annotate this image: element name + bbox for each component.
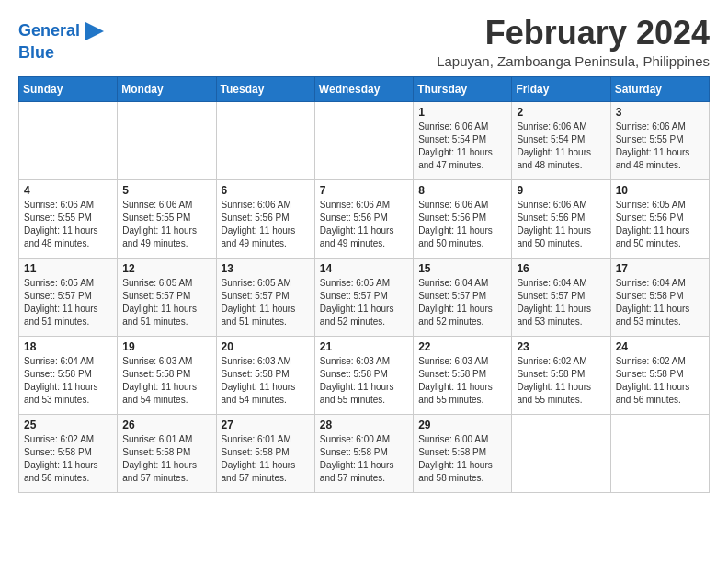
calendar-table: SundayMondayTuesdayWednesdayThursdayFrid… [18, 76, 710, 493]
day-number: 19 [122, 340, 210, 353]
calendar-cell: 4Sunrise: 6:06 AM Sunset: 5:55 PM Daylig… [19, 179, 118, 258]
day-info: Sunrise: 6:03 AM Sunset: 5:58 PM Dayligh… [222, 355, 310, 407]
calendar-cell: 29Sunrise: 6:00 AM Sunset: 5:58 PM Dayli… [414, 414, 512, 492]
day-info: Sunrise: 6:04 AM Sunset: 5:58 PM Dayligh… [24, 355, 112, 407]
day-number: 15 [418, 262, 506, 275]
calendar-week-row: 18Sunrise: 6:04 AM Sunset: 5:58 PM Dayli… [19, 336, 710, 414]
day-number: 20 [222, 340, 310, 353]
logo-icon [82, 18, 108, 44]
day-number: 17 [616, 262, 704, 275]
day-info: Sunrise: 6:06 AM Sunset: 5:56 PM Dayligh… [320, 199, 408, 250]
day-info: Sunrise: 6:01 AM Sunset: 5:58 PM Dayligh… [122, 433, 210, 485]
day-number: 10 [616, 184, 704, 197]
day-info: Sunrise: 6:05 AM Sunset: 5:57 PM Dayligh… [320, 277, 408, 328]
calendar-cell [19, 101, 118, 179]
calendar-cell [118, 101, 216, 179]
calendar-cell: 28Sunrise: 6:00 AM Sunset: 5:58 PM Dayli… [314, 414, 413, 492]
calendar-week-row: 1Sunrise: 6:06 AM Sunset: 5:54 PM Daylig… [19, 101, 710, 179]
location-title: Lapuyan, Zamboanga Peninsula, Philippine… [437, 53, 710, 69]
weekday-header-thursday: Thursday [414, 76, 512, 101]
calendar-cell: 9Sunrise: 6:06 AM Sunset: 5:56 PM Daylig… [512, 179, 610, 258]
calendar-cell: 8Sunrise: 6:06 AM Sunset: 5:56 PM Daylig… [414, 179, 512, 258]
calendar-cell: 13Sunrise: 6:05 AM Sunset: 5:57 PM Dayli… [216, 258, 314, 336]
weekday-header-saturday: Saturday [610, 76, 709, 101]
calendar-cell: 18Sunrise: 6:04 AM Sunset: 5:58 PM Dayli… [19, 336, 118, 414]
calendar-cell: 11Sunrise: 6:05 AM Sunset: 5:57 PM Dayli… [19, 258, 118, 336]
logo-text: General [18, 22, 80, 40]
logo-subtext: Blue [18, 44, 108, 63]
day-info: Sunrise: 6:02 AM Sunset: 5:58 PM Dayligh… [24, 433, 112, 485]
calendar-header-row: SundayMondayTuesdayWednesdayThursdayFrid… [19, 76, 710, 101]
calendar-cell: 6Sunrise: 6:06 AM Sunset: 5:56 PM Daylig… [216, 179, 314, 258]
day-number: 21 [320, 340, 408, 353]
day-info: Sunrise: 6:00 AM Sunset: 5:58 PM Dayligh… [320, 433, 408, 485]
calendar-cell [314, 101, 413, 179]
calendar-cell [610, 414, 709, 492]
day-info: Sunrise: 6:05 AM Sunset: 5:57 PM Dayligh… [24, 277, 112, 328]
weekday-header-friday: Friday [512, 76, 610, 101]
day-number: 18 [24, 340, 112, 353]
day-number: 11 [24, 262, 112, 275]
day-info: Sunrise: 6:06 AM Sunset: 5:56 PM Dayligh… [418, 199, 506, 250]
page-header: General Blue February 2024 Lapuyan, Zamb… [18, 15, 710, 69]
calendar-cell [512, 414, 610, 492]
calendar-cell [216, 101, 314, 179]
day-number: 13 [222, 262, 310, 275]
day-number: 8 [418, 184, 506, 197]
calendar-cell: 5Sunrise: 6:06 AM Sunset: 5:55 PM Daylig… [118, 179, 216, 258]
weekday-header-tuesday: Tuesday [216, 76, 314, 101]
calendar-cell: 7Sunrise: 6:06 AM Sunset: 5:56 PM Daylig… [314, 179, 413, 258]
weekday-header-wednesday: Wednesday [314, 76, 413, 101]
day-number: 5 [122, 184, 210, 197]
day-info: Sunrise: 6:04 AM Sunset: 5:57 PM Dayligh… [418, 277, 506, 328]
day-info: Sunrise: 6:01 AM Sunset: 5:58 PM Dayligh… [222, 433, 310, 485]
calendar-cell: 21Sunrise: 6:03 AM Sunset: 5:58 PM Dayli… [314, 336, 413, 414]
calendar-cell: 25Sunrise: 6:02 AM Sunset: 5:58 PM Dayli… [19, 414, 118, 492]
day-number: 9 [517, 184, 605, 197]
day-number: 23 [517, 340, 605, 353]
day-number: 16 [517, 262, 605, 275]
day-number: 28 [320, 419, 408, 431]
day-info: Sunrise: 6:00 AM Sunset: 5:58 PM Dayligh… [418, 433, 506, 485]
day-info: Sunrise: 6:03 AM Sunset: 5:58 PM Dayligh… [418, 355, 506, 407]
calendar-cell: 12Sunrise: 6:05 AM Sunset: 5:57 PM Dayli… [118, 258, 216, 336]
day-info: Sunrise: 6:03 AM Sunset: 5:58 PM Dayligh… [122, 355, 210, 407]
day-number: 7 [320, 184, 408, 197]
day-info: Sunrise: 6:05 AM Sunset: 5:57 PM Dayligh… [222, 277, 310, 328]
calendar-cell: 17Sunrise: 6:04 AM Sunset: 5:58 PM Dayli… [610, 258, 709, 336]
day-number: 3 [616, 106, 704, 119]
calendar-cell: 2Sunrise: 6:06 AM Sunset: 5:54 PM Daylig… [512, 101, 610, 179]
calendar-cell: 1Sunrise: 6:06 AM Sunset: 5:54 PM Daylig… [414, 101, 512, 179]
day-number: 1 [418, 106, 506, 119]
calendar-week-row: 11Sunrise: 6:05 AM Sunset: 5:57 PM Dayli… [19, 258, 710, 336]
day-number: 26 [122, 419, 210, 431]
day-info: Sunrise: 6:02 AM Sunset: 5:58 PM Dayligh… [517, 355, 605, 407]
day-number: 14 [320, 262, 408, 275]
day-info: Sunrise: 6:06 AM Sunset: 5:55 PM Dayligh… [122, 199, 210, 250]
calendar-cell: 22Sunrise: 6:03 AM Sunset: 5:58 PM Dayli… [414, 336, 512, 414]
day-info: Sunrise: 6:05 AM Sunset: 5:56 PM Dayligh… [616, 199, 704, 250]
calendar-cell: 23Sunrise: 6:02 AM Sunset: 5:58 PM Dayli… [512, 336, 610, 414]
day-info: Sunrise: 6:06 AM Sunset: 5:54 PM Dayligh… [418, 121, 506, 172]
day-number: 2 [517, 106, 605, 119]
title-area: February 2024 Lapuyan, Zamboanga Peninsu… [437, 15, 710, 69]
day-number: 24 [616, 340, 704, 353]
calendar-cell: 19Sunrise: 6:03 AM Sunset: 5:58 PM Dayli… [118, 336, 216, 414]
day-info: Sunrise: 6:05 AM Sunset: 5:57 PM Dayligh… [122, 277, 210, 328]
day-number: 29 [418, 419, 506, 431]
day-number: 12 [122, 262, 210, 275]
day-info: Sunrise: 6:02 AM Sunset: 5:58 PM Dayligh… [616, 355, 704, 407]
calendar-week-row: 25Sunrise: 6:02 AM Sunset: 5:58 PM Dayli… [19, 414, 710, 492]
weekday-header-sunday: Sunday [19, 76, 118, 101]
svg-marker-0 [85, 22, 104, 40]
day-info: Sunrise: 6:06 AM Sunset: 5:55 PM Dayligh… [616, 121, 704, 172]
day-number: 22 [418, 340, 506, 353]
day-info: Sunrise: 6:04 AM Sunset: 5:57 PM Dayligh… [517, 277, 605, 328]
calendar-cell: 15Sunrise: 6:04 AM Sunset: 5:57 PM Dayli… [414, 258, 512, 336]
month-title: February 2024 [437, 15, 710, 52]
day-info: Sunrise: 6:06 AM Sunset: 5:56 PM Dayligh… [517, 199, 605, 250]
calendar-cell: 24Sunrise: 6:02 AM Sunset: 5:58 PM Dayli… [610, 336, 709, 414]
day-number: 4 [24, 184, 112, 197]
calendar-week-row: 4Sunrise: 6:06 AM Sunset: 5:55 PM Daylig… [19, 179, 710, 258]
day-info: Sunrise: 6:06 AM Sunset: 5:55 PM Dayligh… [24, 199, 112, 250]
